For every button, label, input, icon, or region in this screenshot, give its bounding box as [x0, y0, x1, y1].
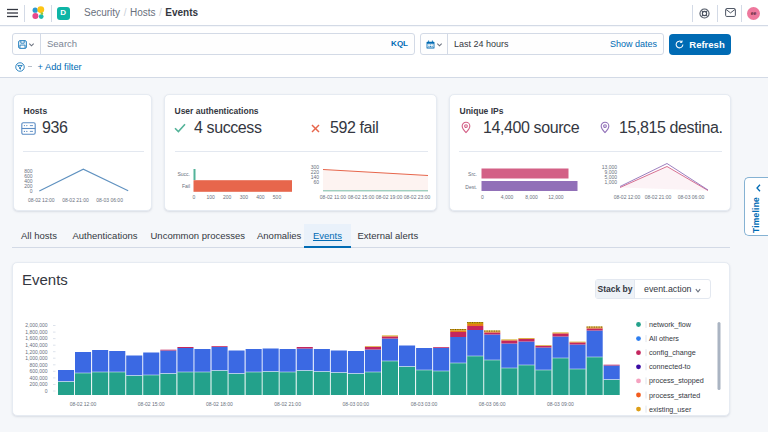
svg-text:0: 0 [193, 194, 196, 200]
svg-text:100: 100 [206, 194, 215, 200]
svg-text:08-02 12:00: 08-02 12:00 [614, 194, 641, 200]
svg-text:60: 60 [313, 179, 319, 185]
svg-text:800,000: 800,000 [29, 362, 47, 368]
svg-text:400,000: 400,000 [29, 375, 47, 381]
svg-text:2,000,000: 2,000,000 [25, 322, 47, 328]
svg-text:08-03 06:00: 08-03 06:00 [96, 197, 123, 203]
svg-text:08-02 21:00: 08-02 21:00 [645, 194, 672, 200]
svg-text:500: 500 [273, 194, 282, 200]
svg-text:08-02 23:00: 08-02 23:00 [404, 194, 431, 200]
svg-text:0: 0 [45, 388, 48, 394]
svg-text:1,600,000: 1,600,000 [25, 335, 47, 341]
svg-text:Fail: Fail [182, 183, 190, 189]
svg-text:1,400,000: 1,400,000 [25, 342, 47, 348]
svg-text:1,800,000: 1,800,000 [25, 329, 47, 335]
svg-text:08-02 19:00: 08-02 19:00 [376, 194, 403, 200]
svg-text:Succ.: Succ. [177, 171, 190, 177]
svg-text:process_started: process_started [649, 391, 700, 400]
svg-text:600,000: 600,000 [29, 368, 47, 374]
svg-text:08-02 12:00: 08-02 12:00 [28, 197, 55, 203]
svg-text:08-02 21:00: 08-02 21:00 [62, 197, 89, 203]
svg-text:200: 200 [223, 194, 232, 200]
svg-text:connected-to: connected-to [649, 362, 691, 371]
svg-text:08-02 15:00: 08-02 15:00 [348, 194, 375, 200]
svg-text:08-03 09:00: 08-03 09:00 [547, 401, 574, 407]
svg-text:1,000,000: 1,000,000 [25, 355, 47, 361]
svg-text:08-02 15:00: 08-02 15:00 [138, 401, 165, 407]
svg-text:8,000: 8,000 [525, 194, 538, 200]
svg-text:config_change: config_change [649, 348, 696, 357]
svg-text:08-03 06:00: 08-03 06:00 [678, 194, 705, 200]
svg-text:08-02 21:00: 08-02 21:00 [274, 401, 301, 407]
svg-text:08-02 12:00: 08-02 12:00 [70, 401, 97, 407]
svg-text:existing_user: existing_user [649, 405, 692, 414]
svg-text:1,000: 1,000 [604, 179, 617, 185]
svg-text:08-02 18:00: 08-02 18:00 [206, 401, 233, 407]
svg-text:08-02 11:00: 08-02 11:00 [320, 194, 347, 200]
svg-text:All others: All others [649, 334, 679, 343]
svg-text:08-03 06:00: 08-03 06:00 [479, 401, 506, 407]
svg-text:12,000: 12,000 [548, 194, 564, 200]
svg-text:Src.: Src. [468, 171, 477, 177]
svg-text:process_stopped: process_stopped [649, 376, 704, 385]
svg-text:1,200,000: 1,200,000 [25, 349, 47, 355]
svg-text:300: 300 [240, 194, 249, 200]
svg-text:4,000: 4,000 [501, 194, 514, 200]
svg-text:400: 400 [256, 194, 265, 200]
svg-text:08-03 03:00: 08-03 03:00 [411, 401, 438, 407]
svg-text:08-03 00:00: 08-03 00:00 [342, 401, 369, 407]
svg-text:Dest.: Dest. [465, 184, 477, 190]
svg-text:0: 0 [30, 188, 33, 194]
svg-text:200,000: 200,000 [29, 381, 47, 387]
svg-text:network_flow: network_flow [649, 320, 692, 329]
svg-text:0: 0 [481, 194, 484, 200]
